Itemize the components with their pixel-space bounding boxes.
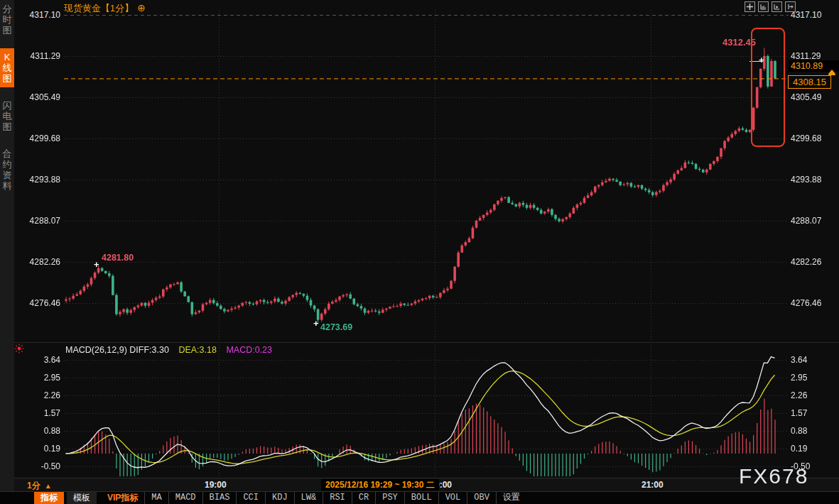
price-alert-icon <box>828 70 836 75</box>
toolbar-item-CCI[interactable]: CCI <box>236 492 265 504</box>
axis-label: 4276.46 <box>791 298 821 308</box>
move-crosshair-icon[interactable] <box>745 1 755 12</box>
trading-app: 分时图K线图闪电图合约资料 现货黄金【1分】⊕ 4317.104311.2943… <box>0 0 839 504</box>
axis-label: 4288.07 <box>791 216 821 226</box>
axis-label: 4282.26 <box>16 257 60 267</box>
toolbar-item-MA[interactable]: MA <box>144 492 168 504</box>
time-label-21: 21:00 <box>642 480 664 490</box>
axis-label: 0.88 <box>16 426 60 436</box>
axis-label: 4311.29 <box>16 51 60 61</box>
toolbar-item-BOLL[interactable]: BOLL <box>404 492 438 504</box>
sidebar-tab-合约资料[interactable]: 合约资料 <box>0 145 14 195</box>
frame-right-icon[interactable] <box>785 1 796 12</box>
sidebar-tab-分时图[interactable]: 分时图 <box>0 0 14 39</box>
toolbar-item-LW&[interactable]: LW& <box>294 492 323 504</box>
toolbar-item-RSI[interactable]: RSI <box>323 492 352 504</box>
time-label-19: 19:00 <box>205 480 227 490</box>
axis-label: 1.57 <box>791 408 807 418</box>
macd-indicator-header: MACD(26,12,9) DIFF:3.30 DEA:3.18 MACD:0.… <box>65 345 272 355</box>
axis-label: 0.19 <box>791 444 807 454</box>
toolbar-item-OBV[interactable]: OBV <box>467 492 496 504</box>
current-bar-time-badge: 2025/12/16 19:29 ~ 19:30 二 <box>321 479 439 491</box>
triangle-up-icon: ▲ <box>45 482 52 490</box>
recent-candles-highlight-box <box>751 28 785 147</box>
macd-params-diff: MACD(26,12,9) DIFF:3.30 <box>65 345 169 355</box>
add-instrument-icon[interactable]: ⊕ <box>137 2 146 13</box>
macd-hist-value: MACD:0.23 <box>226 345 272 355</box>
toolbar-item-PSY[interactable]: PSY <box>375 492 404 504</box>
period-tag: 【1分】 <box>101 3 134 13</box>
axis-label: 2.95 <box>16 373 60 383</box>
axis-label: 4293.88 <box>16 175 60 185</box>
chart-tool-icons <box>745 1 796 12</box>
axis-label: 4282.26 <box>791 257 821 267</box>
cross-marker-low-mid: + <box>313 320 319 327</box>
axis-label: 4293.88 <box>791 175 821 185</box>
chart-title: 现货黄金【1分】⊕ <box>64 2 146 15</box>
period-text: 1分 <box>27 481 40 491</box>
annotation-high-early: 4281.80 <box>102 253 134 263</box>
axis-label: 2.95 <box>791 373 807 383</box>
toolbar-item-CR[interactable]: CR <box>352 492 375 504</box>
toolbar-item-设置[interactable]: 设置 <box>496 492 526 504</box>
price-chart-canvas[interactable] <box>64 0 789 478</box>
macd-dea-value: DEA:3.18 <box>178 345 217 355</box>
axis-label: 0.19 <box>16 444 60 454</box>
axis-label: 3.64 <box>16 355 60 365</box>
chart-type-sidebar: 分时图K线图闪电图合约资料 <box>0 0 14 491</box>
sidebar-tab-闪电图[interactable]: 闪电图 <box>0 97 14 136</box>
axis-label: -0.50 <box>16 461 60 471</box>
frame-play-icon[interactable] <box>772 1 782 12</box>
toolbar-item-BIAS[interactable]: BIAS <box>202 492 237 504</box>
toolbar-item-MACD[interactable]: MACD <box>168 492 202 504</box>
instrument-name: 现货黄金 <box>64 3 101 13</box>
axis-label: 3.64 <box>791 355 807 365</box>
axis-label: 4288.07 <box>16 216 60 226</box>
last-price-badge: 4308.15 <box>788 75 831 89</box>
time-axis: 1分▲ 19:00 0:00 21:00 2025/12/16 19:29 ~ … <box>14 478 839 491</box>
axis-label: 4299.68 <box>791 133 821 143</box>
cross-marker-high-early: + <box>94 261 99 268</box>
axis-label: 4311.29 <box>791 51 821 61</box>
period-selector[interactable]: 1分▲ <box>27 480 52 492</box>
live-burst-icon <box>14 344 24 356</box>
axis-label: 2.26 <box>791 390 807 400</box>
axis-label: 4299.68 <box>16 133 60 143</box>
indicator-toolbar: 指标模板VIP指标MAMACDBIASCCIKDJLW&RSICRPSYBOLL… <box>0 491 839 504</box>
axis-label: 4305.49 <box>16 92 60 102</box>
watermark: FX678 <box>739 464 808 488</box>
axis-label: 4276.46 <box>16 298 60 308</box>
axis-label: 4305.49 <box>791 92 821 102</box>
annotation-low-mid: 4273.69 <box>320 322 352 332</box>
sidebar-tab-K线图[interactable]: K线图 <box>0 48 14 87</box>
axis-label: 4317.10 <box>16 10 60 20</box>
toolbar-item-模板[interactable]: 模板 <box>67 492 97 504</box>
frame-left-icon[interactable] <box>758 1 769 12</box>
axis-label: 0.88 <box>791 426 807 436</box>
toolbar-item-指标[interactable]: 指标 <box>34 492 64 504</box>
panel-divider <box>14 342 839 343</box>
axis-label: 2.26 <box>16 390 60 400</box>
axis-label: 1.57 <box>16 408 60 418</box>
toolbar-item-VIP指标[interactable]: VIP指标 <box>101 492 144 504</box>
toolbar-item-KDJ[interactable]: KDJ <box>265 492 294 504</box>
toolbar-item-VOL[interactable]: VOL <box>438 492 467 504</box>
